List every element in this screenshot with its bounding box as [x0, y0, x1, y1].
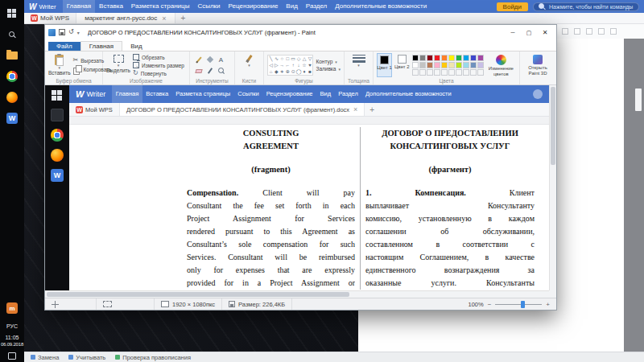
tab-document[interactable]: маркетинг англ-русс.doc × [76, 13, 175, 23]
wps-scrollbar-thumb[interactable] [635, 88, 642, 111]
shape-icon[interactable]: ▽ [308, 56, 313, 62]
shape-icon[interactable]: ⊙ [291, 68, 296, 75]
close-button[interactable]: ✕ [537, 26, 553, 39]
palette-color[interactable] [456, 62, 462, 68]
palette-empty-slot[interactable] [477, 69, 484, 76]
shape-icon[interactable]: △ [302, 56, 308, 62]
wps-logo[interactable]: W Writer [29, 2, 56, 11]
wps-toolbar-icon[interactable] [562, 28, 568, 35]
fill-tool[interactable] [204, 55, 215, 65]
palette-empty-slot[interactable] [456, 69, 462, 76]
shape-icon[interactable]: ♦ [302, 68, 308, 75]
menu-insert[interactable]: Вставка [95, 0, 127, 13]
shape-icon[interactable]: ○ [279, 56, 285, 62]
color1-button[interactable]: Цвет 1 [377, 53, 392, 77]
brushes-button[interactable]: ▾ [238, 53, 260, 77]
close-tab-icon[interactable]: × [162, 14, 166, 23]
firefox-button[interactable] [0, 88, 24, 107]
menu-section[interactable]: Раздел [302, 0, 331, 13]
palette-color[interactable] [456, 55, 462, 61]
shape-icon[interactable]: ← [285, 62, 291, 68]
menu-review[interactable]: Рецензирование [225, 0, 283, 13]
paint-title-bar[interactable]: ↺ ▾ ДОГОВОР О ПРЕДОСТАВЛЕНИИ КОНСАЛТИНГО… [45, 25, 556, 39]
tab-home[interactable]: Главная [80, 41, 122, 51]
palette-color[interactable] [463, 55, 469, 61]
color2-button[interactable]: Цвет 2 [394, 53, 410, 77]
menu-references[interactable]: Ссылки [193, 0, 224, 13]
fill-button[interactable]: Заливка ▾ [316, 66, 341, 72]
wps-toolbar-icon[interactable] [598, 28, 605, 35]
text-tool[interactable]: A [216, 55, 226, 65]
thickness-button[interactable]: ▾ [348, 53, 369, 77]
palette-empty-slot[interactable] [463, 69, 469, 76]
shape-icon[interactable]: ◁ [268, 62, 274, 68]
palette-color[interactable] [434, 55, 440, 61]
shape-icon[interactable]: ◆ [274, 68, 279, 75]
tab-file[interactable]: Файл [48, 42, 80, 51]
status-replace[interactable]: Замена [31, 354, 59, 361]
shape-icon[interactable]: ∿ [274, 56, 279, 62]
action-center-icon[interactable] [8, 352, 16, 360]
paste-button[interactable]: ▾ Вставить [48, 53, 71, 77]
palette-color[interactable] [412, 62, 419, 68]
shape-icon[interactable]: ■ [308, 68, 313, 75]
outline-button[interactable]: Контур ▾ [316, 59, 341, 64]
shape-icon[interactable]: ↓ [296, 62, 302, 68]
palette-color[interactable] [427, 62, 433, 68]
scrollbar-thumb[interactable] [47, 292, 349, 297]
palette-color[interactable] [419, 55, 426, 61]
tab-view[interactable]: Вид [122, 42, 150, 51]
shape-icon[interactable]: ♥ [308, 62, 313, 68]
zoom-slider[interactable] [495, 301, 542, 308]
menu-view[interactable]: Вид [282, 0, 301, 13]
palette-color[interactable] [419, 62, 426, 68]
new-tab-button[interactable]: + [175, 13, 192, 23]
color-picker-tool[interactable] [204, 66, 215, 76]
maximize-button[interactable]: ▢ [521, 26, 537, 39]
shape-icon[interactable]: → [279, 62, 285, 68]
canvas-vertical-scrollbar[interactable] [549, 85, 556, 290]
pencil-tool[interactable] [193, 55, 204, 65]
shape-icon[interactable]: ☆ [302, 62, 308, 68]
palette-color[interactable] [434, 62, 440, 68]
shape-icon[interactable]: ⌂ [268, 68, 274, 75]
shape-icon[interactable]: ◯ [296, 68, 302, 75]
select-button[interactable]: ▾ Выделить [106, 53, 130, 77]
menu-extras[interactable]: Дополнительные возможности [331, 0, 431, 13]
file-explorer-button[interactable] [0, 46, 24, 65]
palette-color[interactable] [477, 62, 484, 68]
shape-icon[interactable]: ⊕ [285, 68, 291, 75]
minimize-button[interactable]: ─ [505, 26, 521, 39]
m-app-button[interactable]: m [0, 298, 24, 318]
magnifier-tool[interactable] [216, 66, 226, 76]
zoom-slider-thumb[interactable] [521, 301, 525, 308]
taskbar-clock[interactable]: 11:05 06.09.2018 [1, 333, 23, 349]
palette-color[interactable] [448, 55, 455, 61]
shape-icon[interactable]: ▷ [274, 62, 279, 68]
palette-empty-slot[interactable] [470, 69, 477, 76]
canvas-horizontal-scrollbar[interactable] [45, 290, 549, 298]
shape-icon[interactable]: □ [285, 56, 291, 62]
edit-colors-button[interactable]: Изменение цветов [486, 53, 516, 77]
paint-canvas[interactable]: W W Writer Главная Вставка Разметка стра… [45, 85, 556, 298]
palette-color[interactable] [463, 62, 469, 68]
wps-toolbar-icon[interactable] [574, 28, 580, 35]
language-indicator[interactable]: РУС [6, 321, 18, 331]
wps-toolbar-icon[interactable] [586, 28, 592, 35]
login-button[interactable]: Войди [497, 2, 528, 11]
palette-empty-slot[interactable] [427, 69, 433, 76]
palette-empty-slot[interactable] [448, 69, 455, 76]
wps-taskbar-button[interactable]: W [0, 109, 24, 128]
eraser-tool[interactable] [193, 66, 204, 76]
palette-color[interactable] [412, 55, 419, 61]
palette-empty-slot[interactable] [412, 69, 419, 76]
resize-button[interactable]: Изменить размер [133, 62, 184, 68]
shapes-gallery[interactable]: ╲∿○□▭◇△▽ ◁▷→←↑↓☆♥ ⌂◆∗⊕⊙◯♦■ [267, 55, 313, 76]
menu-page-layout[interactable]: Разметка страницы [127, 0, 194, 13]
status-match-case[interactable]: Учитывать [68, 354, 105, 361]
palette-color[interactable] [470, 55, 477, 61]
palette-color[interactable] [448, 62, 455, 68]
palette-empty-slot[interactable] [434, 69, 440, 76]
zoom-in-button[interactable]: + [546, 301, 550, 308]
shape-icon[interactable]: ▭ [291, 56, 296, 62]
